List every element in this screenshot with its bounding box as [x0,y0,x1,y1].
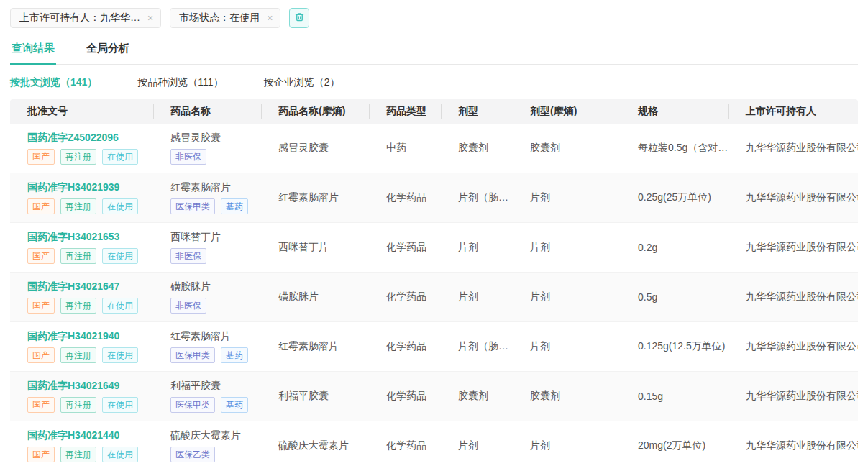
cell-dosage-form: 胶囊剂 [441,390,513,403]
drug-name-text: 利福平胶囊 [170,380,261,393]
drug-name-badges: 医保乙类 [170,447,261,462]
cell-drug-name-me: 红霉素肠溶片 [261,340,369,353]
cell-dosage-me: 片剂 [513,241,621,254]
table-row: 国药准字H34021649 国产再注册在使用 利福平胶囊 医保甲类基药 利福平胶… [10,372,858,421]
col-header-dosage-me: 剂型(摩熵) [513,99,621,124]
cell-dosage-form: 片剂 [441,291,513,303]
cell-spec: 0.125g(12.5万单位) [621,340,728,353]
status-badge: 在使用 [102,149,138,165]
status-badge: 医保甲类 [170,347,215,363]
drug-name-text: 感冒灵胶囊 [170,132,261,145]
cell-drug-name: 磺胺脒片 非医保 [153,280,261,314]
cell-spec: 0.15g [621,390,728,402]
cell-drug-name: 硫酸庆大霉素片 医保乙类 [153,429,261,462]
cell-drug-name-me: 磺胺脒片 [261,291,369,303]
cell-drug-type: 化学药品 [369,191,441,204]
approval-no-link[interactable]: 国药准字H34021649 [27,380,153,393]
cell-approval-no: 国药准字H34021649 国产再注册在使用 [10,380,153,413]
cell-holder: 九华华源药业股份有限公司 [728,390,858,403]
cell-drug-type: 化学药品 [369,241,441,254]
drug-name-text: 西咪替丁片 [170,231,261,244]
approval-no-link[interactable]: 国药准字H34021940 [27,330,153,343]
approval-no-link[interactable]: 国药准字H34021939 [27,181,153,194]
cell-dosage-form: 片剂（肠… [441,191,513,204]
page: 上市许可持有人：九华华… × 市场状态：在使用 × 查询结果 全局分析 按批文浏… [0,0,868,466]
table-row: 国药准字H34021939 国产再注册在使用 红霉素肠溶片 医保甲类基药 红霉素… [10,173,858,223]
drug-name-text: 红霉素肠溶片 [170,330,261,343]
drug-name-badges: 医保甲类基药 [170,397,261,413]
col-header-approval-no: 批准文号 [10,99,153,124]
table-row: 国药准字H34021940 国产再注册在使用 红霉素肠溶片 医保甲类基药 红霉素… [10,322,858,372]
cell-approval-no: 国药准字H34021653 国产再注册在使用 [10,231,153,264]
table-row: 国药准字H34021440 国产再注册在使用 硫酸庆大霉素片 医保乙类 硫酸庆大… [10,421,858,466]
subtab-by-variety[interactable]: 按品种浏览（111） [137,76,223,89]
main-tabs: 查询结果 全局分析 [10,35,858,65]
drug-name-badges: 非医保 [170,149,261,165]
cell-spec: 0.25g(25万单位) [621,191,728,204]
status-badge: 医保甲类 [170,198,215,214]
approval-no-link[interactable]: 国药准字Z45022096 [27,132,153,145]
status-badge: 国产 [27,149,55,165]
results-table: 批准文号 药品名称 药品名称(摩熵) 药品类型 剂型 剂型(摩熵) 规格 上市许… [10,99,858,466]
approval-badges: 国产再注册在使用 [27,347,153,363]
status-badge: 国产 [27,198,55,214]
drug-name-text: 磺胺脒片 [170,280,261,293]
cell-drug-name-me: 红霉素肠溶片 [261,191,369,204]
status-badge: 再注册 [60,347,96,363]
cell-dosage-form: 片剂（肠… [441,340,513,353]
status-badge: 再注册 [60,149,96,165]
filter-tag-label: 上市许可持有人：九华华… [19,12,140,24]
status-badge: 再注册 [60,397,96,413]
status-badge: 在使用 [102,298,138,314]
cell-drug-name: 红霉素肠溶片 医保甲类基药 [153,181,261,214]
cell-dosage-me: 片剂 [513,191,621,204]
table-header: 批准文号 药品名称 药品名称(摩熵) 药品类型 剂型 剂型(摩熵) 规格 上市许… [10,99,858,124]
clear-filters-button[interactable] [289,8,309,28]
cell-drug-name: 西咪替丁片 非医保 [153,231,261,264]
subtab-by-enterprise[interactable]: 按企业浏览（2） [264,76,340,89]
approval-badges: 国产再注册在使用 [27,248,153,264]
status-badge: 再注册 [60,248,96,264]
status-badge: 在使用 [102,198,138,214]
close-icon[interactable]: × [267,13,273,23]
tab-query-results[interactable]: 查询结果 [10,35,56,64]
col-header-drug-name: 药品名称 [153,99,261,124]
col-header-drug-name-me: 药品名称(摩熵) [261,99,369,124]
drug-name-badges: 医保甲类基药 [170,347,261,363]
table-row: 国药准字H34021647 国产再注册在使用 磺胺脒片 非医保 磺胺脒片 化学药… [10,273,858,322]
approval-badges: 国产再注册在使用 [27,198,153,214]
cell-approval-no: 国药准字H34021939 国产再注册在使用 [10,181,153,214]
drug-name-text: 硫酸庆大霉素片 [170,429,261,442]
status-badge: 再注册 [60,447,96,462]
tab-global-analysis[interactable]: 全局分析 [85,35,131,64]
cell-dosage-form: 片剂 [441,241,513,254]
cell-spec: 20mg(2万单位) [621,439,728,452]
approval-badges: 国产再注册在使用 [27,298,153,314]
subtab-by-approval[interactable]: 按批文浏览（141） [10,76,97,89]
cell-holder: 九华华源药业股份有限公司 [728,291,858,303]
table-body: 国药准字Z45022096 国产再注册在使用 感冒灵胶囊 非医保 感冒灵胶囊 中… [10,124,858,466]
status-badge: 国产 [27,248,55,264]
cell-drug-name-me: 硫酸庆大霉素片 [261,439,369,452]
status-badge: 在使用 [102,397,138,413]
cell-holder: 九华华源药业股份有限公司 [728,142,858,155]
status-badge: 在使用 [102,347,138,363]
cell-approval-no: 国药准字Z45022096 国产再注册在使用 [10,132,153,165]
approval-no-link[interactable]: 国药准字H34021647 [27,280,153,293]
status-badge: 医保甲类 [170,397,215,413]
drug-name-badges: 医保甲类基药 [170,198,261,214]
cell-spec: 每粒装0.5g（含对… [621,142,728,155]
cell-drug-name: 利福平胶囊 医保甲类基药 [153,380,261,413]
close-icon[interactable]: × [147,13,153,23]
cell-dosage-me: 片剂 [513,439,621,452]
approval-no-link[interactable]: 国药准字H34021440 [27,429,153,442]
filter-tag-label: 市场状态：在使用 [179,12,260,24]
cell-holder: 九华华源药业股份有限公司 [728,340,858,353]
filter-tag-holder[interactable]: 上市许可持有人：九华华… × [10,8,161,28]
cell-approval-no: 国药准字H34021440 国产再注册在使用 [10,429,153,462]
approval-badges: 国产再注册在使用 [27,397,153,413]
approval-no-link[interactable]: 国药准字H34021653 [27,231,153,244]
col-header-dosage-form: 剂型 [441,99,513,124]
cell-spec: 0.2g [621,242,728,253]
filter-tag-market-status[interactable]: 市场状态：在使用 × [170,8,280,28]
